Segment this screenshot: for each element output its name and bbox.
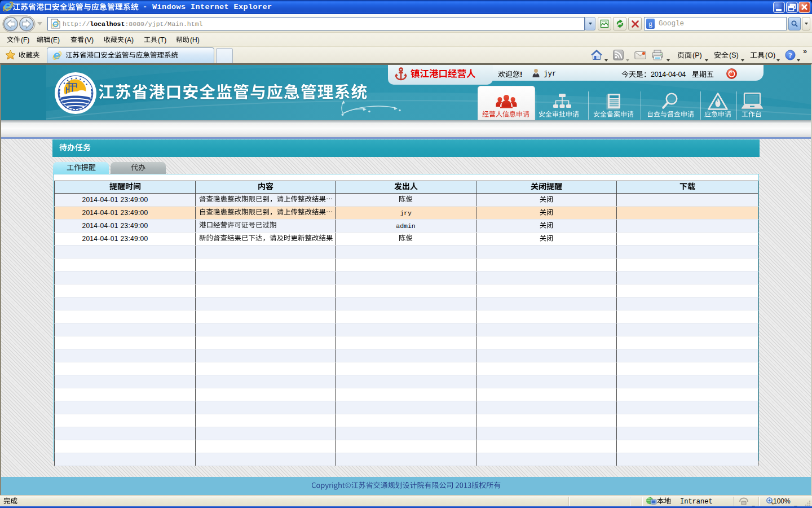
- svg-text:?: ?: [788, 51, 792, 59]
